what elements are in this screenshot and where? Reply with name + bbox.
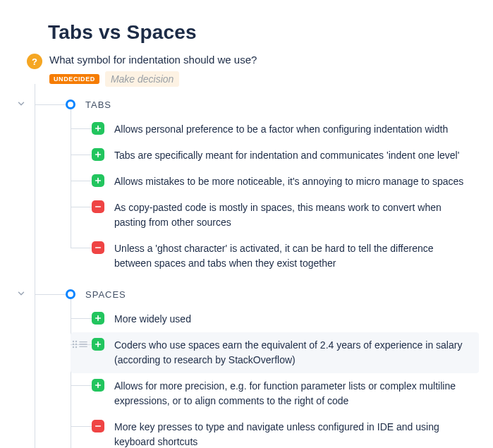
svg-point-10 [73,341,74,342]
row-drag-handle[interactable] [72,340,87,349]
argument-item[interactable]: More key presses to type and navigate un… [71,414,479,448]
section-spaces: SPACESMore widely usedCoders who use spa… [35,277,479,448]
chevron-down-icon[interactable] [16,99,28,110]
argument-text: Tabs are specifically meant for indentat… [114,148,459,163]
argument-text: Allows mistakes to be more noticeable, i… [114,174,463,189]
svg-point-13 [75,344,77,345]
pro-icon [92,122,104,135]
option-bullet-icon [66,99,75,109]
status-badge: UNDECIDED [49,74,99,84]
question-icon: ? [27,54,42,69]
con-icon [92,200,104,213]
section-children: More widely usedCoders who use spaces ea… [71,302,479,448]
section-children: Allows personal preference to be a facto… [71,112,479,277]
argument-text: Allows for more precision, e.g. for func… [114,379,473,408]
make-decision-button[interactable]: Make decision [105,71,180,87]
con-icon [92,241,104,254]
svg-point-11 [75,341,77,342]
argument-text: Allows personal preference to be a facto… [114,122,448,137]
argument-item[interactable]: As copy-pasted code is mostly in spaces,… [71,195,479,236]
argument-item[interactable]: More widely used [71,306,479,332]
con-icon [92,420,104,432]
argument-text: As copy-pasted code is mostly in spaces,… [114,200,473,230]
page-title: Tabs vs Spaces [48,21,479,44]
pro-icon [92,312,104,325]
section-tabs: TABSAllows personal preference to be a f… [35,87,479,277]
argument-item[interactable]: Tabs are specifically meant for indentat… [71,143,479,169]
decision-tree: ? What symbol for indentation should we … [14,54,479,448]
argument-item[interactable]: Allows personal preference to be a facto… [71,116,479,143]
svg-point-15 [75,346,77,348]
svg-point-14 [73,346,74,348]
section-label: SPACES [85,289,126,300]
svg-point-12 [73,344,74,345]
argument-text: More key presses to type and navigate un… [114,420,473,448]
pro-icon [92,148,104,161]
argument-text: More widely used [114,312,191,327]
argument-text: Coders who use spaces earn the equivalen… [114,338,473,368]
pro-icon [92,174,104,187]
root-question: What symbol for indentation should we us… [49,54,479,66]
argument-item[interactable]: Coders who use spaces earn the equivalen… [71,332,479,373]
argument-text: Unless a 'ghost character' is activated,… [114,241,473,271]
argument-item[interactable]: Allows mistakes to be more noticeable, i… [71,169,479,195]
pro-icon [92,338,104,351]
pro-icon [92,379,104,392]
root-node[interactable]: ? What symbol for indentation should we … [27,54,479,87]
option-bullet-icon [66,289,75,299]
section-header[interactable]: SPACES [35,286,479,302]
argument-item[interactable]: Unless a 'ghost character' is activated,… [71,236,479,277]
section-label: TABS [85,99,111,110]
chevron-down-icon[interactable] [16,289,28,300]
argument-item[interactable]: Allows for more precision, e.g. for func… [71,373,479,414]
section-header[interactable]: TABS [35,97,479,112]
